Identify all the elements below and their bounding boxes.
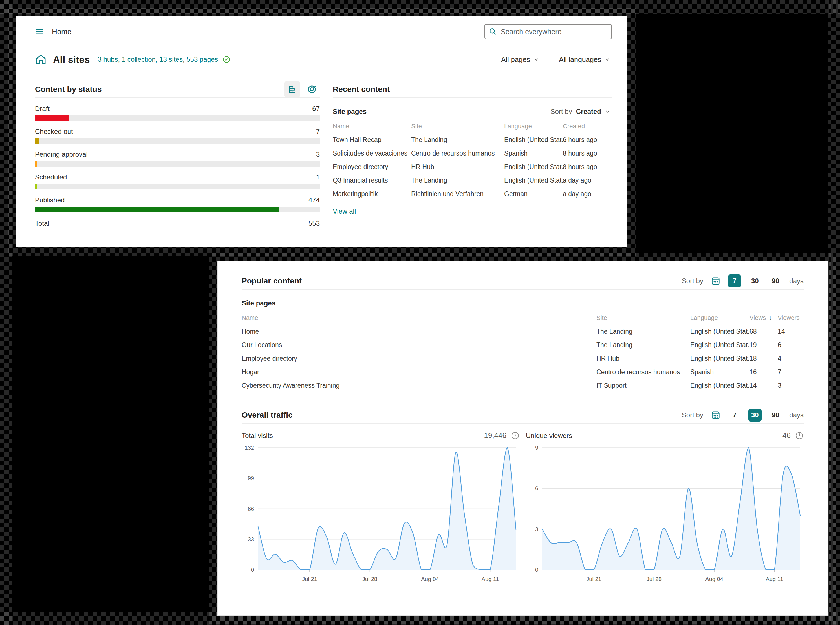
donut-chart-view-button[interactable] (304, 81, 320, 97)
days-suffix-label: days (789, 277, 804, 285)
table-row-name-cell[interactable]: Q3 financial results (333, 174, 411, 187)
column-header-viewers[interactable]: Viewers (778, 311, 804, 325)
status-bar-list: Draft67Checked out7Pending approval3Sche… (35, 105, 320, 212)
column-header-created[interactable]: Created (563, 120, 612, 133)
content-by-status-section: Content by status (35, 72, 320, 227)
status-value: 7 (316, 127, 320, 135)
search-icon (489, 28, 497, 36)
chart-total-value: 46 (782, 431, 791, 440)
pages-filter-label: All pages (501, 56, 530, 64)
svg-text:Aug 04: Aug 04 (705, 576, 723, 582)
svg-text:66: 66 (248, 506, 254, 512)
search-box[interactable] (485, 24, 612, 39)
svg-text:132: 132 (245, 445, 254, 451)
table-cell: 6 (778, 338, 804, 352)
bar-chart-view-button[interactable] (284, 81, 300, 97)
table-row-name-cell[interactable]: Employee directory (242, 352, 596, 365)
range-7-days-button[interactable]: 7 (728, 409, 741, 421)
chart-title: Unique viewers (526, 432, 572, 440)
column-header-name[interactable]: Name (242, 311, 596, 325)
column-header-views[interactable]: Views↓ (750, 311, 778, 325)
table-row-name-cell[interactable]: Marketingpolitik (333, 187, 411, 201)
svg-text:Jul 21: Jul 21 (302, 576, 317, 582)
chevron-down-icon (605, 57, 610, 62)
status-row-checked-out: Checked out7 (35, 127, 320, 144)
app-header: Home (16, 16, 626, 47)
status-value: 3 (316, 151, 320, 159)
breadcrumb[interactable]: Home (52, 27, 71, 36)
hamburger-menu-icon[interactable] (35, 27, 45, 36)
svg-text:0: 0 (251, 567, 254, 573)
status-row-pending-approval: Pending approval3 (35, 151, 320, 166)
table-cell: 18 (750, 352, 778, 365)
column-header-language[interactable]: Language (504, 120, 563, 133)
table-cell: The Landing (411, 133, 504, 146)
bottom-panel: Popular content Sort by73090days Site pa… (217, 261, 828, 616)
status-label: Pending approval (35, 151, 88, 159)
svg-text:Aug 11: Aug 11 (482, 576, 499, 582)
column-header-name[interactable]: Name (333, 120, 411, 133)
sort-by-label: Sort by (682, 411, 703, 419)
table-row-name-cell[interactable]: Cybersecurity Awareness Training (242, 379, 596, 392)
recent-content-table: NameSiteLanguageCreatedTown Hall RecapTh… (333, 120, 612, 201)
table-cell: 6 hours ago (563, 133, 612, 146)
svg-text:33: 33 (248, 536, 254, 543)
chevron-down-icon (605, 109, 610, 114)
group-label: Site pages (242, 299, 276, 307)
table-row-name-cell[interactable]: Solicitudes de vacaciones (333, 146, 411, 160)
popular-content-table: NameSiteLanguageViews↓ViewersHomeThe Lan… (242, 311, 804, 392)
svg-text:9: 9 (535, 445, 538, 451)
status-value: 1 (316, 173, 320, 181)
table-cell: English (United Stat... (504, 160, 563, 174)
column-header-language[interactable]: Language (690, 311, 750, 325)
table-row-name-cell[interactable]: Our Locations (242, 338, 596, 352)
section-title: Overall traffic (242, 410, 293, 420)
pages-filter-dropdown[interactable]: All pages (499, 55, 541, 64)
table-row-name-cell[interactable]: Home (242, 325, 596, 338)
table-cell: Centro de recursos humanos (411, 146, 504, 160)
site-summary-link[interactable]: 3 hubs, 1 collection, 13 sites, 553 page… (98, 56, 218, 64)
table-cell: Spanish (504, 146, 563, 160)
status-bar-track (35, 115, 320, 121)
sort-by-created-dropdown[interactable]: Sort by Created (549, 107, 612, 116)
table-cell: 14 (750, 379, 778, 392)
range-90-days-button[interactable]: 90 (769, 409, 782, 421)
section-title: Popular content (242, 277, 302, 285)
search-input[interactable] (500, 27, 607, 36)
table-cell: The Landing (596, 325, 690, 338)
status-bar-track (35, 207, 320, 212)
status-bar-fill (35, 115, 69, 121)
table-cell: English (United Stat... (504, 174, 563, 187)
table-cell: English (United Stat... (690, 325, 750, 338)
status-row-scheduled: Scheduled1 (35, 173, 320, 190)
range-30-days-button[interactable]: 30 (748, 409, 762, 421)
table-cell: 3 (778, 379, 804, 392)
table-cell: 68 (750, 325, 778, 338)
sort-by-label: Sort by (682, 277, 703, 285)
table-row-name-cell[interactable]: Hogar (242, 365, 596, 379)
range-7-days-button[interactable]: 7 (728, 274, 741, 288)
top-panel: Home All sites 3 hubs, 1 collection, 13 … (16, 16, 627, 247)
table-cell: 16 (750, 365, 778, 379)
home-icon (35, 54, 47, 65)
column-header-site[interactable]: Site (596, 311, 690, 325)
table-cell: 14 (778, 325, 804, 338)
view-all-link[interactable]: View all (333, 207, 356, 215)
range-90-days-button[interactable]: 90 (769, 274, 782, 288)
table-row-name-cell[interactable]: Town Hall Recap (333, 133, 411, 146)
table-row-name-cell[interactable]: Employee directory (333, 160, 411, 174)
range-30-days-button[interactable]: 30 (748, 274, 762, 288)
status-value: 67 (312, 105, 320, 113)
status-bar-fill (35, 207, 279, 212)
area-chart: 0369Jul 21Jul 28Aug 04Aug 11 (526, 444, 804, 583)
chart-total-value: 19,446 (484, 431, 506, 440)
status-row-published: Published474 (35, 196, 320, 212)
section-title: Content by status (35, 85, 101, 94)
verified-check-icon (223, 56, 231, 64)
column-header-site[interactable]: Site (411, 120, 504, 133)
recent-content-section: Recent content Site pages Sort by Create… (333, 72, 612, 227)
table-cell: The Landing (596, 338, 690, 352)
status-label: Draft (35, 105, 50, 113)
svg-text:99: 99 (248, 475, 254, 481)
languages-filter-dropdown[interactable]: All languages (557, 55, 612, 64)
